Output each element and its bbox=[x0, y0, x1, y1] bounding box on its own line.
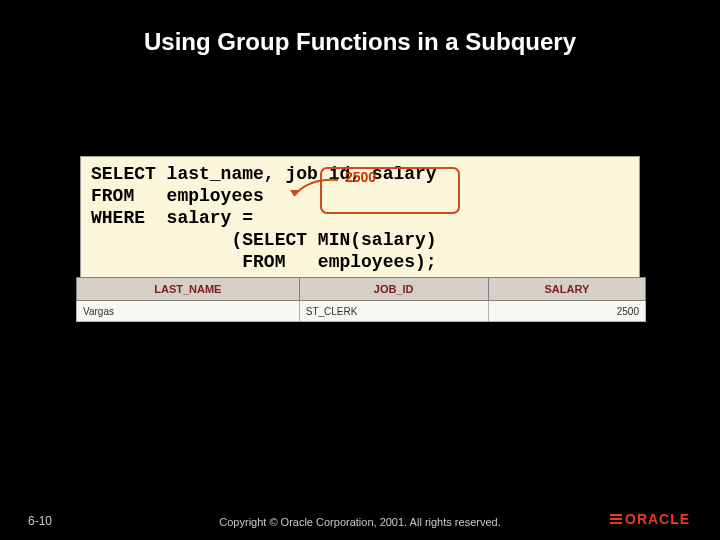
cell-last-name: Vargas bbox=[77, 301, 300, 322]
code-line-4: (SELECT MIN(salary) bbox=[91, 230, 437, 250]
logo-text: ORACLE bbox=[625, 511, 690, 527]
code-line-2: FROM employees bbox=[91, 186, 264, 206]
subquery-result-value: 2500 bbox=[345, 169, 376, 185]
oracle-logo: ORACLE bbox=[610, 510, 700, 532]
footer: 6-10 Copyright © Oracle Corporation, 200… bbox=[0, 505, 720, 540]
col-header-last-name: LAST_NAME bbox=[77, 278, 300, 301]
logo-bars-icon bbox=[610, 514, 622, 526]
result-table: LAST_NAME JOB_ID SALARY Vargas ST_CLERK … bbox=[76, 277, 646, 322]
cell-salary: 2500 bbox=[488, 301, 645, 322]
code-line-5: FROM employees); bbox=[91, 252, 437, 272]
slide: Using Group Functions in a Subquery SELE… bbox=[0, 0, 720, 540]
cell-job-id: ST_CLERK bbox=[299, 301, 488, 322]
col-header-salary: SALARY bbox=[488, 278, 645, 301]
slide-title: Using Group Functions in a Subquery bbox=[0, 28, 720, 56]
table-row: Vargas ST_CLERK 2500 bbox=[77, 301, 646, 322]
table-header-row: LAST_NAME JOB_ID SALARY bbox=[77, 278, 646, 301]
subquery-highlight-box bbox=[320, 167, 460, 214]
col-header-job-id: JOB_ID bbox=[299, 278, 488, 301]
code-line-3: WHERE salary = bbox=[91, 208, 253, 228]
